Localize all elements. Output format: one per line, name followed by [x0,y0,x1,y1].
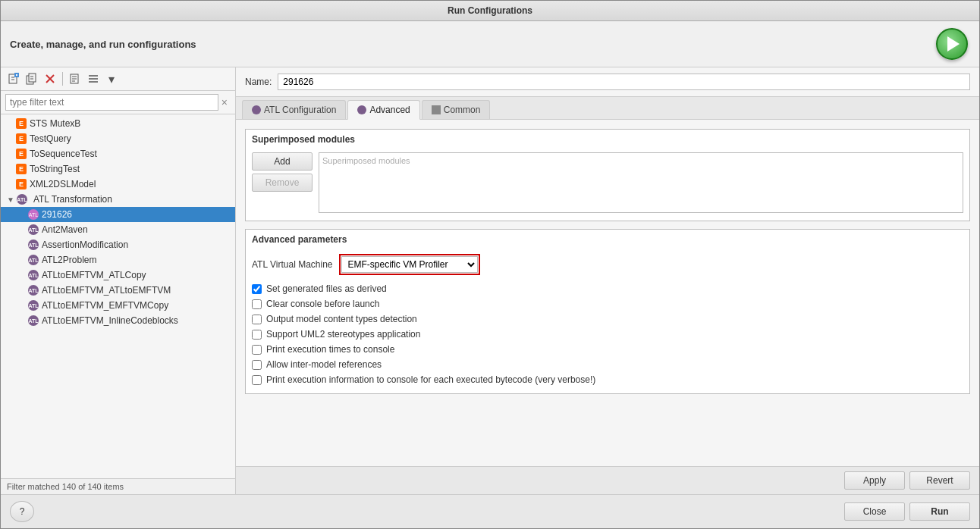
apply-button[interactable]: Apply [844,471,905,490]
tree-label: ATLtoEMFTVM_InlineCodeblocks [42,315,178,326]
delete-config-button[interactable] [42,70,58,87]
duplicate-icon [26,73,38,85]
advanced-params-title: Advanced parameters [246,230,969,248]
tree-label: ATL2Problem [42,255,96,265]
vm-select[interactable]: EMF-specific VM Profiler Regular VM EMF-… [341,256,478,273]
tree-label: STS MutexB [30,118,80,129]
checkbox-clear-console-input[interactable] [252,299,262,309]
left-toolbar: ▾ [1,67,235,91]
checkbox-print-bytecode-label: Print execution information to console f… [266,374,595,385]
tree-label: ToSequenceTest [30,149,97,159]
filter-icon [69,73,81,85]
tab-advanced[interactable]: Advanced [347,100,419,120]
tree-item-291626[interactable]: ATL 291626 [1,207,235,222]
svg-rect-7 [29,74,36,82]
vm-label: ATL Virtual Machine [252,259,333,270]
name-input[interactable] [278,74,970,90]
filter-clear-button[interactable]: × [218,95,231,110]
superimposed-section: Superimposed modules Add Remove Superimp… [245,129,970,221]
search-input[interactable] [5,94,218,111]
filter-status: Filter matched 140 of 140 items [1,478,235,494]
name-label: Name: [245,77,272,87]
tree-item-testquery[interactable]: E TestQuery [1,131,235,146]
tree-item-xml2dslmodel[interactable]: E XML2DSLModel [1,177,235,192]
duplicate-config-button[interactable] [24,70,40,87]
atl-group-icon: ATL [17,194,27,205]
add-button[interactable]: Add [252,152,313,171]
close-button[interactable]: Close [844,502,905,521]
checkbox-output-model: Output model content types detection [252,311,963,327]
common-tab-icon [432,105,441,114]
tree-group-label: ATL Transformation [33,194,112,205]
tree-item-atltoemftvm-emftvmcopy[interactable]: ATL ATLtoEMFTVM_EMFTVMCopy [1,298,235,313]
superimposed-list-label: Superimposed modules [322,156,410,165]
help-button[interactable]: ? [10,501,34,522]
atl-icon: ATL [28,285,39,296]
filter-config-button[interactable] [67,70,83,87]
collapse-all-button[interactable] [85,70,102,87]
atl-icon: ATL [28,255,39,265]
tree-label: ATLtoEMFTVM_EMFTVMCopy [42,300,168,311]
delete-icon [44,73,56,85]
checkbox-clear-console: Clear console before launch [252,296,963,311]
tree-label: XML2DSLModel [30,179,96,189]
tree-area[interactable]: E STS MutexB E TestQuery E ToSequenceTes… [1,114,235,478]
checkbox-print-bytecode-input[interactable] [252,375,262,385]
new-config-button[interactable] [5,70,22,87]
header-description: Create, manage, and run configurations [10,39,196,50]
checkbox-print-times-input[interactable] [252,345,262,355]
remove-button[interactable]: Remove [252,174,313,192]
tree-label: ToStringTest [30,164,80,174]
run-icon [936,28,968,60]
name-row: Name: [236,67,979,97]
e-icon: E [16,179,27,189]
tree-item-atltoemftvm-inlinecodeblocks[interactable]: ATL ATLtoEMFTVM_InlineCodeblocks [1,313,235,328]
superimposed-list: Superimposed modules [319,152,963,213]
left-panel: ▾ × E STS MutexB E TestQuery [1,67,236,494]
tree-item-stsmutexb[interactable]: E STS MutexB [1,116,235,131]
tree-item-ant2maven[interactable]: ATL Ant2Maven [1,222,235,237]
run-icon-button[interactable] [934,26,970,62]
view-menu-button[interactable]: ▾ [103,70,120,87]
tree-label: Ant2Maven [42,224,88,235]
tree-item-tosequencetest[interactable]: E ToSequenceTest [1,146,235,161]
advanced-params-body: ATL Virtual Machine EMF-specific VM Prof… [246,248,969,393]
tab-label: Common [444,105,481,115]
checkbox-output-model-label: Output model content types detection [266,314,417,324]
tree-item-assertionmod[interactable]: ATL AssertionModification [1,237,235,252]
apply-revert-bar: Apply Revert [236,466,979,494]
atl-selected-icon: ATL [28,209,39,220]
vm-select-wrapper: EMF-specific VM Profiler Regular VM EMF-… [339,254,480,275]
title-bar: Run Configurations [1,1,979,21]
tree-label-selected: 291626 [42,209,72,220]
checkbox-inter-model-label: Allow inter-model references [266,359,382,370]
tab-atl-configuration[interactable]: ATL Configuration [242,100,346,119]
tree-item-tostringtest[interactable]: E ToStringTest [1,161,235,177]
checkbox-derived: Set generated files as derived [252,281,963,296]
checkbox-uml2-input[interactable] [252,330,262,340]
tree-group-atl-transformation[interactable]: ▼ ATL ATL Transformation [1,192,235,207]
advanced-params-section: Advanced parameters ATL Virtual Machine … [245,229,970,394]
superimposed-body: Add Remove Superimposed modules [246,148,969,221]
bottom-right-buttons: Close Run [844,502,970,521]
superimposed-area: Add Remove Superimposed modules [252,152,963,213]
revert-button[interactable]: Revert [909,471,970,490]
tree-item-atltoemftvm-atltoemftvm[interactable]: ATL ATLtoEMFTVM_ATLtoEMFTVM [1,283,235,298]
checkbox-inter-model-input[interactable] [252,360,262,370]
checkbox-derived-input[interactable] [252,284,262,294]
tree-label: ATLtoEMFTVM_ATLCopy [42,270,146,280]
toolbar-separator-1 [62,72,63,86]
content-area: Create, manage, and run configurations [1,21,979,528]
tree-item-atl2problem[interactable]: ATL ATL2Problem [1,252,235,268]
checkbox-derived-label: Set generated files as derived [266,283,387,294]
checkbox-uml2: Support UML2 stereotypes application [252,327,963,342]
atl-tab-icon [252,105,261,114]
checkbox-print-times-label: Print execution times to console [266,344,394,355]
new-icon [8,73,20,85]
tab-common[interactable]: Common [422,100,491,119]
run-button[interactable]: Run [909,502,970,521]
atl-icon: ATL [28,270,39,280]
checkbox-output-model-input[interactable] [252,315,262,324]
bottom-bar: ? Close Run [1,494,979,528]
tree-item-atltoemftvm-atlcopy[interactable]: ATL ATLtoEMFTVM_ATLCopy [1,268,235,283]
